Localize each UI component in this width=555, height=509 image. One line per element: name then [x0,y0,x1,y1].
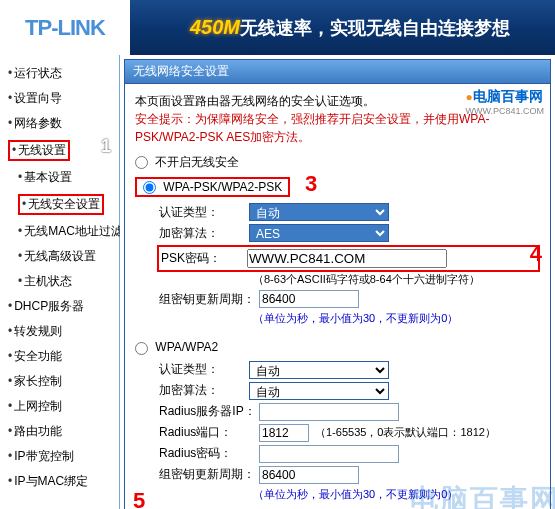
radius-port-input[interactable] [259,424,309,442]
sidebar-item-1[interactable]: •设置向导 [0,86,119,111]
psk-label: PSK密码： [161,250,247,267]
enc-algo-row: 加密算法： AES [159,224,540,242]
bullet-icon: • [8,66,12,80]
rekey-label: 组密钥更新周期： [159,291,259,308]
auth-type-select[interactable]: 自动 [249,203,389,221]
sidebar-item-13[interactable]: •上网控制 [0,394,119,419]
radius-ip-label: Radius服务器IP： [159,403,259,420]
bullet-icon: • [18,170,22,184]
sidebar-item-7[interactable]: •无线高级设置 [0,244,119,269]
logo: TP-LINK [25,15,105,41]
sidebar-item-10[interactable]: •转发规则 [0,319,119,344]
opt-none-row[interactable]: 不开启无线安全 [135,154,540,171]
bullet-icon: • [18,274,22,288]
sidebar-item-label: 上网控制 [14,399,62,413]
bullet-icon: • [8,91,12,105]
annotation-4: 4 [530,241,542,267]
bullet-icon: • [12,143,16,157]
radius-port-label: Radius端口： [159,424,259,441]
bullet-icon: • [8,399,12,413]
sidebar-item-5[interactable]: •无线安全设置2 [0,190,119,219]
sidebar-item-3[interactable]: •无线设置1 [0,136,119,165]
sidebar-item-8[interactable]: •主机状态 [0,269,119,294]
sidebar-item-label: DHCP服务器 [14,299,84,313]
opt-wpapsk-row[interactable]: WPA-PSK/WPA2-PSK 3 [135,177,540,197]
opt-wpapsk-label: WPA-PSK/WPA2-PSK [163,180,282,194]
sidebar-item-label: 无线高级设置 [24,249,96,263]
sidebar-item-label: 安全功能 [14,349,62,363]
wpa-auth-row: 认证类型： 自动 [159,361,540,379]
rekey-row: 组密钥更新周期： [159,290,540,308]
wpa-rekey-row: 组密钥更新周期： [159,466,540,484]
sidebar-item-label: IP与MAC绑定 [14,474,88,488]
sidebar-item-label: 网络参数 [14,116,62,130]
radius-pw-row: Radius密码： [159,445,540,463]
sidebar-item-label: 无线安全设置 [28,197,100,211]
bullet-icon: • [8,449,12,463]
sidebar-item-label: 无线MAC地址过滤 [24,224,123,238]
logo-box: TP-LINK [0,0,130,55]
enc-algo-label: 加密算法： [159,225,249,242]
bullet-icon: • [8,349,12,363]
bullet-icon: • [8,324,12,338]
auth-type-label: 认证类型： [159,204,249,221]
radio-wpapsk[interactable] [143,181,156,194]
sidebar-item-label: 无线设置 [18,143,66,157]
radius-pw-input[interactable] [259,445,399,463]
wpa-rekey-hint: （单位为秒，最小值为30，不更新则为0） [253,487,540,502]
sidebar-item-9[interactable]: •DHCP服务器 [0,294,119,319]
rekey-input[interactable] [259,290,359,308]
sidebar-item-14[interactable]: •路由功能 [0,419,119,444]
sidebar-item-0[interactable]: •运行状态 [0,61,119,86]
sidebar-item-label: 主机状态 [24,274,72,288]
header: TP-LINK 450M无线速率，实现无线自由连接梦想 [0,0,555,55]
sidebar-item-16[interactable]: •IP与MAC绑定 [0,469,119,494]
sidebar-item-label: 基本设置 [24,170,72,184]
sidebar-item-label: 转发规则 [14,324,62,338]
bullet-icon: • [18,249,22,263]
main-panel: 无线网络安全设置 ●电脑百事网 WWW.PC841.COM 本页面设置路由器无线… [120,55,555,509]
radius-ip-row: Radius服务器IP： [159,403,540,421]
wpa-auth-label: 认证类型： [159,361,249,378]
opt-wpa-row[interactable]: WPA/WPA2 [135,340,540,354]
bullet-icon: • [8,424,12,438]
wpa-rekey-input[interactable] [259,466,359,484]
bullet-icon: • [18,224,22,238]
enc-algo-select[interactable]: AES [249,224,389,242]
bullet-icon: • [8,116,12,130]
bullet-icon: • [8,474,12,488]
sidebar-item-6[interactable]: •无线MAC地址过滤 [0,219,119,244]
watermark: ●电脑百事网 WWW.PC841.COM [465,88,544,116]
radius-ip-input[interactable] [259,403,399,421]
bullet-icon: • [22,197,26,211]
banner-text: 450M无线速率，实现无线自由连接梦想 [190,16,510,40]
sidebar-item-label: 路由功能 [14,424,62,438]
wpa-rekey-label: 组密钥更新周期： [159,466,259,483]
sidebar-item-label: 设置向导 [14,91,62,105]
psk-hint: （8-63个ASCII码字符或8-64个十六进制字符） [253,272,540,287]
sidebar-item-12[interactable]: •家长控制 [0,369,119,394]
radius-port-row: Radius端口： （1-65535，0表示默认端口：1812） [159,424,540,442]
bullet-icon: • [8,374,12,388]
sidebar-item-4[interactable]: •基本设置 [0,165,119,190]
auth-type-row: 认证类型： 自动 [159,203,540,221]
radio-wpa[interactable] [135,342,148,355]
bullet-icon: • [8,299,12,313]
sidebar-item-15[interactable]: •IP带宽控制 [0,444,119,469]
sidebar-item-2[interactable]: •网络参数 [0,111,119,136]
sidebar-item-11[interactable]: •安全功能 [0,344,119,369]
sidebar-item-label: 运行状态 [14,66,62,80]
radio-none[interactable] [135,156,148,169]
psk-row: PSK密码： [157,245,540,272]
panel-title: 无线网络安全设置 [124,59,551,84]
wpa-enc-select[interactable]: 自动 [249,382,389,400]
sidebar-item-label: IP带宽控制 [14,449,73,463]
psk-input[interactable] [247,249,447,268]
wpa-enc-row: 加密算法： 自动 [159,382,540,400]
radius-port-hint: （1-65535，0表示默认端口：1812） [315,425,496,440]
radius-pw-label: Radius密码： [159,445,259,462]
sidebar: •运行状态•设置向导•网络参数•无线设置1•基本设置•无线安全设置2•无线MAC… [0,55,120,509]
annotation-5: 5 [133,488,145,509]
opt-wpa-label: WPA/WPA2 [155,340,218,354]
wpa-auth-select[interactable]: 自动 [249,361,389,379]
